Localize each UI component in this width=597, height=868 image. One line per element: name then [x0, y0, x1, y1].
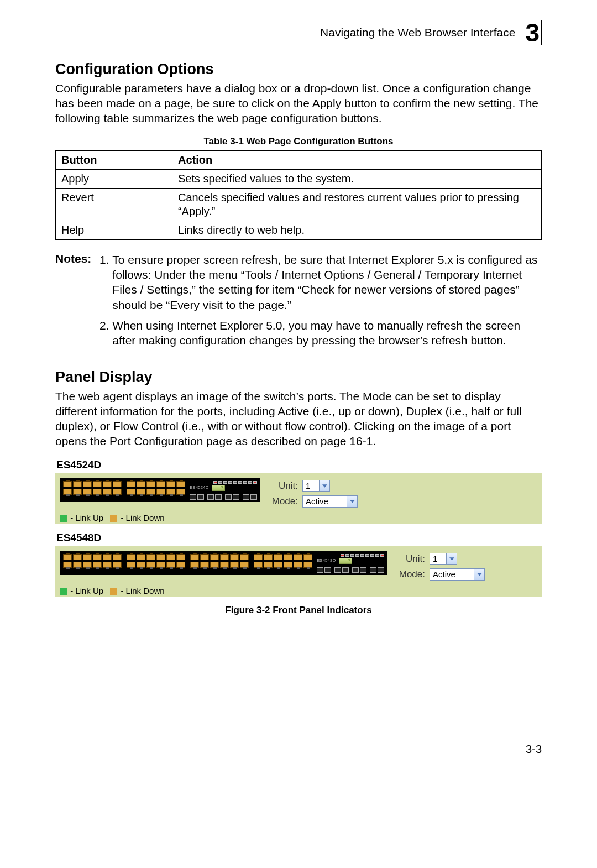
port-icon[interactable]	[73, 489, 82, 495]
port-icon[interactable]	[220, 554, 229, 560]
sfp-slot-icon[interactable]	[197, 494, 204, 500]
port-icon[interactable]	[274, 562, 282, 568]
port-icon[interactable]	[176, 489, 185, 495]
faceplate-mode-dropdown[interactable]	[212, 485, 225, 491]
port-icon[interactable]	[73, 481, 82, 487]
port-icon[interactable]	[166, 554, 175, 560]
port-icon[interactable]	[264, 562, 273, 568]
mode-dropdown[interactable]: Active	[430, 568, 485, 581]
port-icon[interactable]	[176, 481, 185, 487]
port-icon[interactable]	[240, 554, 249, 560]
port-icon[interactable]	[190, 554, 199, 560]
port-icon[interactable]	[156, 489, 165, 495]
sfp-slot-icon[interactable]	[233, 494, 239, 500]
port-icon[interactable]	[146, 562, 155, 568]
port-icon[interactable]	[127, 481, 135, 487]
port-icon[interactable]	[166, 481, 175, 487]
port-icon[interactable]	[83, 489, 92, 495]
port-icon[interactable]	[230, 562, 239, 568]
port-icon[interactable]	[83, 554, 92, 560]
port-icon[interactable]	[303, 562, 312, 568]
sfp-slot-icon[interactable]	[378, 567, 384, 573]
figure-caption: Figure 3-2 Front Panel Indicators	[55, 605, 542, 616]
port-icon[interactable]	[303, 554, 312, 560]
faceplate-mode-dropdown[interactable]	[339, 558, 352, 564]
port-icon[interactable]	[137, 489, 145, 495]
port-icon[interactable]	[200, 562, 209, 568]
port-icon[interactable]	[113, 554, 122, 560]
sfp-slot-icon[interactable]	[324, 567, 331, 573]
port-icon[interactable]	[127, 562, 135, 568]
port-icon[interactable]	[103, 562, 112, 568]
status-led-icon	[228, 481, 232, 484]
port-icon[interactable]	[146, 489, 155, 495]
sfp-slot-icon[interactable]	[370, 567, 376, 573]
sfp-slot-icon[interactable]	[225, 494, 232, 500]
sfp-slot-icon[interactable]	[207, 494, 214, 500]
port-icon[interactable]	[156, 481, 165, 487]
sfp-slot-icon[interactable]	[250, 494, 257, 500]
sfp-slot-icon[interactable]	[215, 494, 222, 500]
sfp-slot-icon[interactable]	[317, 567, 323, 573]
status-led-icon	[365, 554, 369, 557]
port-icon[interactable]	[294, 554, 302, 560]
port-icon[interactable]	[254, 562, 263, 568]
port-icon[interactable]	[166, 562, 175, 568]
port-icon[interactable]	[73, 554, 82, 560]
port-icon[interactable]	[210, 554, 219, 560]
port-icon[interactable]	[113, 562, 122, 568]
port-icon[interactable]	[137, 554, 145, 560]
port-icon[interactable]	[93, 554, 102, 560]
mode-dropdown[interactable]: Active	[302, 495, 358, 508]
notes-block: Notes: To ensure proper screen refresh, …	[55, 252, 542, 354]
sfp-slot-icon[interactable]	[243, 494, 249, 500]
port-icon[interactable]	[93, 489, 102, 495]
port-icon[interactable]	[103, 489, 112, 495]
port-icon[interactable]	[137, 562, 145, 568]
port-icon[interactable]	[113, 489, 122, 495]
port-icon[interactable]	[254, 554, 263, 560]
port-icon[interactable]	[103, 481, 112, 487]
port-icon[interactable]	[63, 489, 72, 495]
port-icon[interactable]	[166, 489, 175, 495]
port-icon[interactable]	[210, 562, 219, 568]
port-icon[interactable]	[137, 481, 145, 487]
port-icon[interactable]	[240, 562, 249, 568]
port-icon[interactable]	[83, 481, 92, 487]
unit-dropdown[interactable]: 1	[430, 553, 457, 565]
port-icon[interactable]	[73, 562, 82, 568]
sfp-slot-icon[interactable]	[352, 567, 359, 573]
port-icon[interactable]	[230, 554, 239, 560]
port-icon[interactable]	[63, 481, 72, 487]
port-icon[interactable]	[93, 481, 102, 487]
sfp-slot-icon[interactable]	[190, 494, 196, 500]
port-icon[interactable]	[294, 562, 302, 568]
port-icon[interactable]	[146, 554, 155, 560]
sfp-slot-icon[interactable]	[342, 567, 349, 573]
sfp-slot-icon[interactable]	[360, 567, 366, 573]
port-icon[interactable]	[220, 562, 229, 568]
port-icon[interactable]	[176, 554, 185, 560]
table-header-row: Button Action	[56, 150, 542, 169]
port-icon[interactable]	[113, 481, 122, 487]
port-icon[interactable]	[83, 562, 92, 568]
td-action: Sets specified values to the system.	[172, 169, 541, 188]
port-icon[interactable]	[156, 554, 165, 560]
port-icon[interactable]	[127, 489, 135, 495]
port-icon[interactable]	[63, 554, 72, 560]
port-icon[interactable]	[103, 554, 112, 560]
port-icon[interactable]	[274, 554, 282, 560]
port-icon[interactable]	[190, 562, 199, 568]
port-icon[interactable]	[264, 554, 273, 560]
port-icon[interactable]	[93, 562, 102, 568]
port-icon[interactable]	[127, 554, 135, 560]
port-icon[interactable]	[176, 562, 185, 568]
port-icon[interactable]	[63, 562, 72, 568]
port-icon[interactable]	[200, 554, 209, 560]
port-icon[interactable]	[146, 481, 155, 487]
port-icon[interactable]	[284, 554, 292, 560]
port-icon[interactable]	[284, 562, 292, 568]
sfp-slot-icon[interactable]	[334, 567, 341, 573]
unit-dropdown[interactable]: 1	[302, 480, 330, 492]
port-icon[interactable]	[156, 562, 165, 568]
